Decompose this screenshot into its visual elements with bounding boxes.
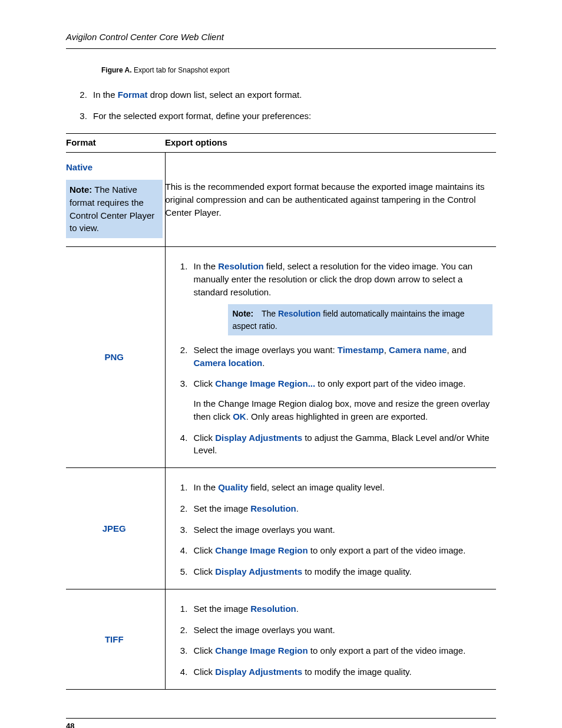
page-number: 48 [66, 722, 74, 728]
png-resolution-note: Note: The Resolution field automatically… [228, 304, 493, 335]
intro-step-3: For the selected export format, define y… [90, 110, 496, 123]
timestamp-keyword: Timestamp [338, 345, 384, 355]
intro-step-2: In the Format drop down list, select an … [90, 88, 496, 101]
row-jpeg: JPEG In the Quality field, select an ima… [66, 468, 496, 589]
col-format: Format [66, 133, 165, 153]
running-header: Avigilon Control Center Core Web Client [66, 31, 496, 49]
figure-text: Export tab for Snapshot export [134, 66, 230, 74]
quality-keyword: Quality [218, 482, 248, 492]
jpeg-step-5: Click Display Adjustments to modify the … [190, 565, 493, 578]
row-tiff: TIFF Set the image Resolution. Select th… [66, 589, 496, 689]
tiff-step-3: Click Change Image Region to only export… [190, 644, 493, 657]
png-step-3-sub: In the Change Image Region dialog box, m… [194, 397, 493, 423]
export-formats-table: Format Export options Native Note: The N… [66, 133, 496, 690]
png-step-4: Click Display Adjustments to adjust the … [190, 431, 493, 457]
native-note: Note: The Native format requires the Con… [66, 180, 163, 238]
ok-keyword: OK [233, 411, 246, 421]
resolution-keyword: Resolution [218, 261, 264, 271]
jpeg-step-4: Click Change Image Region to only export… [190, 544, 493, 557]
native-desc: This is the recommended export format be… [165, 153, 496, 247]
page-footer: 48 [66, 718, 496, 728]
camera-location-keyword: Camera location [194, 358, 263, 368]
format-keyword: Format [118, 90, 148, 100]
format-jpeg: JPEG [66, 522, 163, 535]
note-label: Note: [233, 309, 254, 318]
png-step-3: Click Change Image Region... to only exp… [190, 377, 493, 423]
jpeg-step-3: Select the image overlays you want. [190, 523, 493, 536]
change-image-region-keyword: Change Image Region... [215, 378, 315, 388]
jpeg-step-1: In the Quality field, select an image qu… [190, 481, 493, 494]
note-label: Note: [70, 185, 92, 195]
tiff-step-2: Select the image overlays you want. [190, 624, 493, 637]
jpeg-step-2: Set the image Resolution. [190, 502, 493, 515]
png-step-2: Select the image overlays you want: Time… [190, 344, 493, 370]
format-png: PNG [66, 351, 163, 364]
intro-steps: In the Format drop down list, select an … [77, 88, 496, 123]
png-step-1: In the Resolution field, select a resolu… [190, 260, 493, 335]
format-native: Native [66, 161, 163, 174]
tiff-step-1: Set the image Resolution. [190, 602, 493, 615]
row-png: PNG In the Resolution field, select a re… [66, 247, 496, 468]
row-native: Native Note: The Native format requires … [66, 153, 496, 247]
camera-name-keyword: Camera name [389, 345, 447, 355]
tiff-step-4: Click Display Adjustments to modify the … [190, 666, 493, 678]
figure-caption: Figure A. Export tab for Snapshot export [101, 65, 496, 75]
col-options: Export options [165, 133, 496, 153]
format-tiff: TIFF [66, 633, 163, 646]
figure-label: Figure A. [101, 66, 132, 74]
png-steps: In the Resolution field, select a resolu… [178, 260, 493, 457]
jpeg-steps: In the Quality field, select an image qu… [178, 481, 493, 578]
display-adjustments-keyword: Display Adjustments [215, 433, 302, 443]
tiff-steps: Set the image Resolution. Select the ima… [178, 602, 493, 678]
